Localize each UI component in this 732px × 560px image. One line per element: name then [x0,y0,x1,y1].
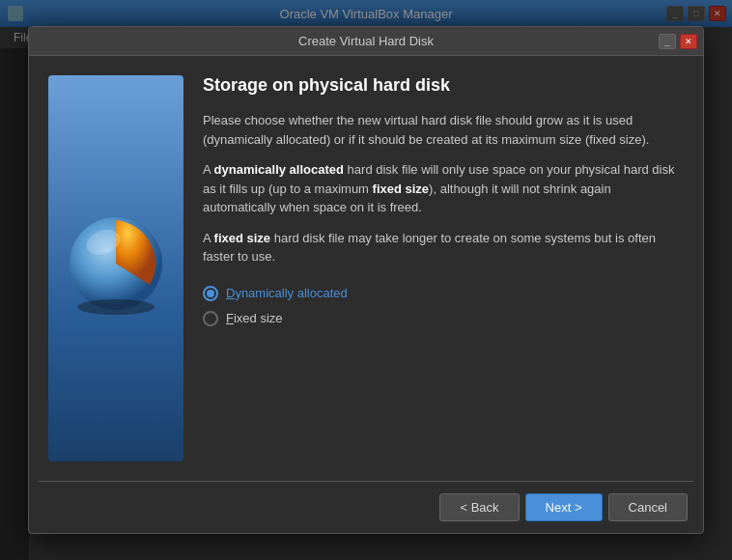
dialog-titlebar-controls: _ ✕ [659,34,697,49]
bold-fixed-size: fixed size [373,182,430,196]
next-button[interactable]: Next > [525,493,603,521]
back-button[interactable]: < Back [439,493,519,521]
radio-fixed[interactable] [203,311,218,326]
cancel-button[interactable]: Cancel [608,493,688,521]
storage-type-group: Dynamically allocated Fixed size [203,286,684,326]
option-fixed[interactable]: Fixed size [203,311,684,326]
dialog-main-content: Storage on physical hard disk Please cho… [203,75,684,462]
page-heading: Storage on physical hard disk [203,75,684,96]
svg-point-2 [77,299,155,315]
dialog-title: Create Virtual Hard Disk [298,34,434,48]
option-dynamic[interactable]: Dynamically allocated [203,286,684,301]
dialog-close-btn[interactable]: ✕ [680,34,697,49]
paragraph-1: Please choose whether the new virtual ha… [203,111,684,149]
dialog: Create Virtual Hard Disk _ ✕ [28,26,704,534]
bold-dynamically: dynamically allocated [214,162,344,177]
paragraph-3: A fixed size hard disk file may take lon… [203,229,684,266]
option-fixed-label: Fixed size [226,311,283,325]
dialog-titlebar: Create Virtual Hard Disk _ ✕ [29,27,703,56]
radio-dynamic[interactable] [203,286,218,301]
option-dynamic-label: Dynamically allocated [226,286,348,300]
dialog-content: Storage on physical hard disk Please cho… [29,56,703,481]
dialog-buttons: < Back Next > Cancel [29,482,703,533]
disk-icon [63,206,169,331]
paragraph-2: A dynamically allocated hard disk file w… [203,160,684,217]
bold-fixed: fixed size [214,231,271,245]
dialog-minimize-btn[interactable]: _ [659,34,676,49]
wizard-illustration [48,75,183,462]
dialog-overlay: Create Virtual Hard Disk _ ✕ [0,0,732,560]
